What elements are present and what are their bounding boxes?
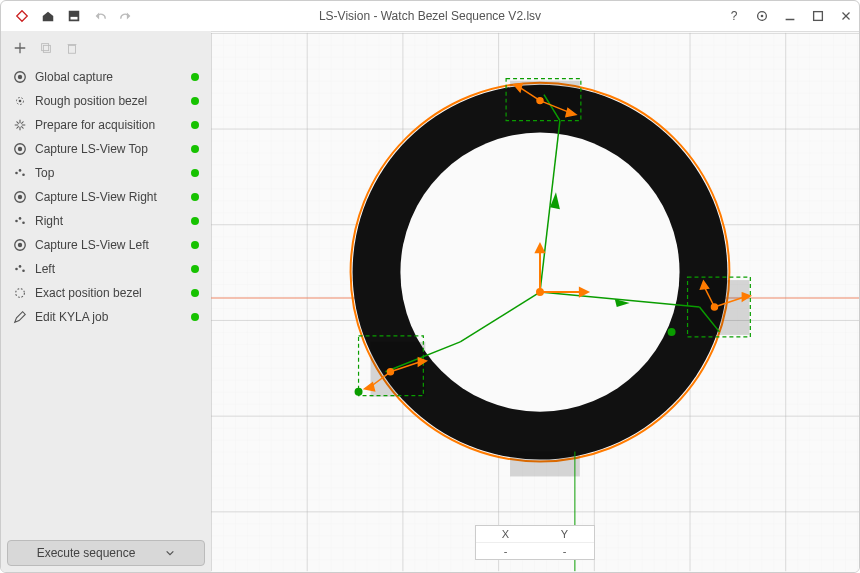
- dotset-icon: [13, 214, 27, 228]
- sequence-step[interactable]: Capture LS-View Left: [7, 233, 205, 257]
- status-dot: [191, 289, 199, 297]
- add-step-icon[interactable]: [13, 41, 29, 57]
- svg-marker-3: [96, 13, 100, 20]
- coord-x-label: X: [476, 526, 535, 542]
- home-icon[interactable]: [41, 9, 55, 23]
- svg-point-38: [22, 221, 25, 224]
- undo-icon: [93, 9, 107, 23]
- sequence-sidebar: Global capture Rough position bezel Prep…: [1, 31, 211, 572]
- execute-sequence-button[interactable]: Execute sequence: [7, 540, 205, 566]
- svg-line-26: [21, 126, 23, 128]
- close-icon[interactable]: [839, 9, 853, 23]
- svg-line-25: [17, 122, 19, 124]
- status-dot: [191, 313, 199, 321]
- camera-icon: [13, 190, 27, 204]
- svg-point-18: [18, 75, 22, 79]
- redo-icon: [119, 9, 133, 23]
- svg-point-20: [19, 100, 22, 103]
- step-label: Global capture: [35, 70, 183, 84]
- camera-icon: [13, 142, 27, 156]
- app-logo-icon: [15, 9, 29, 23]
- svg-point-31: [15, 172, 18, 175]
- svg-point-40: [18, 243, 22, 247]
- delete-step-icon: [65, 41, 81, 57]
- chevron-down-icon: [165, 548, 175, 558]
- svg-point-36: [15, 220, 18, 223]
- svg-point-72: [537, 289, 543, 295]
- camera-icon: [13, 70, 27, 84]
- circle-icon: [13, 286, 27, 300]
- gear-icon[interactable]: [755, 9, 769, 23]
- dotset-icon: [13, 262, 27, 276]
- title-bar: LS-Vision - Watch Bezel Sequence V2.lsv …: [1, 1, 859, 31]
- duplicate-step-icon: [39, 41, 55, 57]
- svg-rect-2: [71, 17, 78, 20]
- svg-point-37: [19, 217, 22, 220]
- status-dot: [191, 145, 199, 153]
- svg-rect-15: [69, 45, 76, 53]
- status-dot: [191, 217, 199, 225]
- svg-rect-54: [510, 452, 580, 477]
- window-title: LS-Vision - Watch Bezel Sequence V2.lsv: [133, 9, 727, 23]
- step-label: Top: [35, 166, 183, 180]
- status-dot: [191, 97, 199, 105]
- minimize-icon[interactable]: [783, 9, 797, 23]
- status-dot: [191, 73, 199, 81]
- sequence-step[interactable]: Exact position bezel: [7, 281, 205, 305]
- svg-point-30: [18, 147, 22, 151]
- sequence-step[interactable]: Top: [7, 161, 205, 185]
- svg-line-27: [21, 122, 23, 124]
- step-label: Prepare for acquisition: [35, 118, 183, 132]
- svg-point-42: [19, 265, 22, 268]
- sequence-step[interactable]: Prepare for acquisition: [7, 113, 205, 137]
- sequence-step[interactable]: Left: [7, 257, 205, 281]
- svg-rect-14: [43, 45, 50, 52]
- step-label: Capture LS-View Top: [35, 142, 183, 156]
- status-dot: [191, 265, 199, 273]
- sequence-step[interactable]: Global capture: [7, 65, 205, 89]
- sequence-step[interactable]: Edit KYLA job: [7, 305, 205, 329]
- step-label: Right: [35, 214, 183, 228]
- step-label: Capture LS-View Left: [35, 238, 183, 252]
- svg-line-28: [17, 126, 19, 128]
- sequence-step[interactable]: Capture LS-View Right: [7, 185, 205, 209]
- maximize-icon[interactable]: [811, 9, 825, 23]
- spark-icon: [13, 118, 27, 132]
- svg-rect-1: [69, 11, 80, 22]
- svg-point-43: [22, 269, 25, 272]
- step-label: Capture LS-View Right: [35, 190, 183, 204]
- coord-readout: X Y - -: [475, 525, 595, 560]
- step-label: Edit KYLA job: [35, 310, 183, 324]
- svg-point-35: [18, 195, 22, 199]
- sequence-step[interactable]: Right: [7, 209, 205, 233]
- help-icon[interactable]: ?: [727, 9, 741, 23]
- save-icon[interactable]: [67, 9, 81, 23]
- svg-point-32: [19, 169, 22, 172]
- svg-point-66: [355, 388, 363, 396]
- svg-point-44: [16, 289, 25, 298]
- target-icon: [13, 94, 27, 108]
- dotset-icon: [13, 166, 27, 180]
- svg-point-67: [668, 328, 676, 336]
- sequence-step[interactable]: Rough position bezel: [7, 89, 205, 113]
- status-dot: [191, 193, 199, 201]
- camera-icon: [13, 238, 27, 252]
- coord-x-value: -: [476, 543, 535, 559]
- coord-y-label: Y: [535, 526, 594, 542]
- svg-point-41: [15, 268, 18, 271]
- svg-rect-8: [814, 12, 823, 21]
- step-label: Exact position bezel: [35, 286, 183, 300]
- svg-marker-0: [17, 11, 28, 22]
- step-label: Left: [35, 262, 183, 276]
- svg-point-33: [22, 173, 25, 176]
- svg-marker-4: [127, 13, 131, 20]
- svg-point-6: [761, 15, 764, 18]
- execute-label: Execute sequence: [37, 546, 136, 560]
- coord-y-value: -: [535, 543, 594, 559]
- status-dot: [191, 241, 199, 249]
- svg-point-82: [711, 304, 717, 310]
- sequence-step[interactable]: Capture LS-View Top: [7, 137, 205, 161]
- svg-rect-13: [42, 44, 49, 51]
- step-label: Rough position bezel: [35, 94, 183, 108]
- vision-canvas[interactable]: X Y - -: [211, 31, 859, 572]
